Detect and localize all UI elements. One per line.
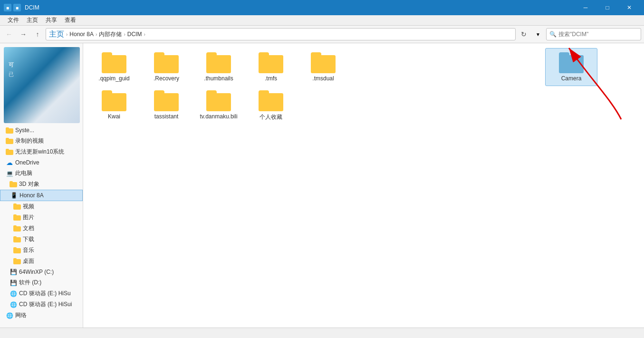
file-label-camera: Camera [561,75,582,82]
forward-button[interactable]: → [17,28,29,40]
thumbnail-text-2: 已 [9,71,14,78]
close-button[interactable]: ✕ [618,0,640,15]
sidebar-item-win10[interactable]: 无法更新win10系统 [0,146,83,157]
sidebar-item-drive-e2[interactable]: 🌐 CD 驱动器 (E:) HiSui [0,299,83,310]
folder-icon-downloads [13,236,21,243]
toolbar-area: ← → ↑ 主页 › Honor 8A › 内部存储 › DCIM › ↻ ▼ … [0,26,644,43]
folder-icon-video [13,203,21,211]
search-bar[interactable]: 🔍 [546,28,641,40]
sidebar-item-video[interactable]: 视频 [0,201,83,212]
sidebar-label-onedrive: OneDrive [15,159,39,166]
sidebar-item-drive-d[interactable]: 💾 软件 (D:) [0,277,83,288]
menu-home[interactable]: 主页 [23,15,42,25]
sidebar-label-network: 网络 [15,311,27,319]
file-item-recovery[interactable]: .Recovery [140,48,192,86]
minimize-button[interactable]: ─ [575,0,596,15]
thumbnail-text-1: 可 [9,61,14,68]
maximize-button[interactable]: □ [596,0,618,15]
folder-icon-music [13,247,21,254]
folder-icon-tassistant [154,90,179,111]
file-label-recovery: .Recovery [154,75,179,82]
sidebar-label-drive-c: 64WinXP (C:) [19,269,54,275]
folder-icon-win10 [6,148,13,156]
sidebar-item-desktop[interactable]: 桌面 [0,256,83,267]
file-item-qqpim[interactable]: .qqpim_guid [88,48,140,86]
sidebar-label-system: Syste... [15,127,34,134]
sidebar-item-recordings[interactable]: 录制的视频 [0,135,83,146]
sidebar-label-images: 图片 [23,213,34,222]
onedrive-icon: ☁ [6,159,13,166]
up-button[interactable]: ↑ [31,28,44,40]
file-item-tassistant[interactable]: tassistant [140,86,192,126]
status-bar [0,328,644,338]
drive-d-icon: 💾 [10,279,17,287]
sidebar-label-docs: 文档 [23,224,34,232]
folder-icon-tmsdual [311,52,336,73]
sidebar-item-docs[interactable]: 文档 [0,223,83,234]
sidebar-item-images[interactable]: 图片 [0,212,83,223]
address-dropdown-button[interactable]: ▼ [532,28,544,40]
address-bar[interactable]: 主页 › Honor 8A › 内部存储 › DCIM › [46,28,516,40]
sidebar: 可 已 Syste... 录制的视频 无法更新win10系统 ☁ OneDriv… [0,43,83,328]
thumbnail-preview: 可 已 [4,47,80,123]
sidebar-item-drive-c[interactable]: 💾 64WinXP (C:) [0,267,83,277]
address-folder: DCIM [127,31,142,38]
sidebar-label-drive-e1: CD 驱动器 (E:) HiSu [19,290,71,298]
sidebar-item-honor8a[interactable]: 📱 Honor 8A [0,190,83,201]
folder-icon-desktop [13,258,21,265]
back-button[interactable]: ← [3,28,15,40]
content-area[interactable]: .qqpim_guid .Recovery .thumbnails .tmfs … [83,43,644,328]
address-segment: 主页 › Honor 8A › 内部存储 › DCIM › [49,29,146,39]
sidebar-item-onedrive[interactable]: ☁ OneDrive [0,157,83,168]
chevron-down-icon: ▼ [536,32,540,37]
folder-icon-personal [259,90,283,111]
sidebar-item-drive-e1[interactable]: 🌐 CD 驱动器 (E:) HiSu [0,288,83,299]
file-label-tvdanmaku: tv.danmaku.bili [200,113,237,120]
sidebar-item-3d[interactable]: 3D 对象 [0,179,83,190]
sidebar-label-recordings: 录制的视频 [15,137,44,145]
file-item-tmsdual[interactable]: .tmsdual [297,48,349,86]
folder-icon-thumbnails [206,52,231,73]
refresh-button[interactable]: ↻ [518,28,530,40]
sidebar-item-computer[interactable]: 💻 此电脑 [0,168,83,179]
folder-icon-system [6,126,13,134]
sidebar-label-honor8a: Honor 8A [19,192,44,199]
sidebar-label-drive-e2: CD 驱动器 (E:) HiSui [19,300,72,309]
sidebar-item-system[interactable]: Syste... [0,125,83,135]
file-item-camera[interactable]: Camera [545,48,597,86]
file-item-thumbnails[interactable]: .thumbnails [192,48,245,86]
cd-e1-icon: 🌐 [10,290,17,298]
folder-icon-3d [10,181,17,188]
computer-icon: 💻 [6,170,13,177]
search-icon: 🔍 [549,31,557,38]
file-item-tmfs[interactable]: .tmfs [245,48,297,86]
sidebar-item-network[interactable]: 🌐 网络 [0,310,83,321]
file-item-personal[interactable]: 个人收藏 [245,86,297,126]
app-icon-2: ■ [13,4,21,11]
address-right-buttons: ▼ [532,28,544,40]
menu-file[interactable]: 文件 [4,15,23,25]
file-label-tmsdual: .tmsdual [312,75,334,82]
file-item-tvdanmaku[interactable]: tv.danmaku.bili [192,86,245,126]
folder-icon-images [13,214,21,222]
drive-c-icon: 💾 [10,268,17,276]
sidebar-item-music[interactable]: 音乐 [0,245,83,256]
device-icon: 📱 [10,192,18,199]
nav-bar: ← → ↑ 主页 › Honor 8A › 内部存储 › DCIM › ↻ ▼ … [0,26,644,43]
menu-share[interactable]: 共享 [42,15,61,25]
menu-view[interactable]: 查看 [61,15,80,25]
sidebar-label-drive-d: 软件 (D:) [19,279,41,287]
folder-icon-camera [559,52,584,73]
chevron-4: › [144,32,145,37]
main-area: 可 已 Syste... 录制的视频 无法更新win10系统 ☁ OneDriv… [0,43,644,328]
address-storage: 内部存储 [99,30,122,39]
folder-icon-tvdanmaku [206,90,231,111]
sidebar-item-downloads[interactable]: 下载 [0,234,83,245]
search-input[interactable] [558,31,638,38]
file-item-kwai[interactable]: Kwai [88,86,140,126]
app-icon-1: ■ [4,4,11,11]
folder-icon-tmfs [259,52,283,73]
refresh-icon: ↻ [521,30,527,38]
sidebar-label-downloads: 下载 [23,235,34,243]
file-label-kwai: Kwai [108,113,120,120]
